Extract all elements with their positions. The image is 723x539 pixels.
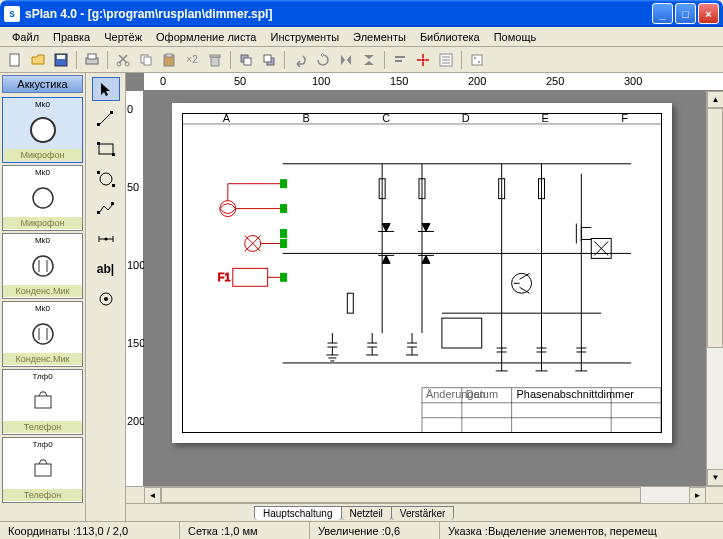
status-grid: Сетка : 1,0 мм [180,522,310,539]
svg-point-19 [422,58,425,61]
special-tool[interactable] [92,287,120,311]
menu-drawing[interactable]: Чертёж [98,29,148,45]
open-button[interactable] [27,49,49,71]
svg-text:D: D [462,114,470,124]
paste-button[interactable] [158,49,180,71]
svg-text:B: B [302,114,309,124]
sheet-tab[interactable]: Netzteil [341,506,392,520]
telephone-icon [27,386,59,418]
print-button[interactable] [81,49,103,71]
window-title: sPlan 4.0 - [g:\program\rusplan\dimmer.s… [25,7,652,21]
rect-tool[interactable] [92,137,120,161]
menu-library[interactable]: Библиотека [414,29,486,45]
svg-rect-64 [281,273,287,281]
polyline-tool[interactable] [92,197,120,221]
palette-item[interactable]: Mk0 Микрофон [2,165,83,231]
send-back-button[interactable] [258,49,280,71]
palette-item[interactable]: Тлф0 Телефон [2,369,83,435]
svg-rect-42 [112,184,115,187]
scroll-right-button[interactable]: ► [689,487,706,504]
scroll-left-button[interactable]: ◄ [144,487,161,504]
titleblock-title: Phasenabschnittdimmer [517,388,635,400]
svg-rect-62 [281,230,287,238]
duplicate-button[interactable]: ×2 [181,49,203,71]
svg-point-29 [33,324,53,344]
svg-line-34 [99,113,111,125]
align-button[interactable] [389,49,411,71]
drawing-canvas[interactable]: A B C D E F [144,91,706,486]
bring-front-button[interactable] [235,49,257,71]
rotate-button[interactable] [312,49,334,71]
horizontal-ruler: 0 50 100 150 200 250 300 [144,73,723,91]
menu-tools[interactable]: Инструменты [265,29,346,45]
svg-rect-33 [35,464,51,476]
menu-file[interactable]: Файл [6,29,45,45]
sheet-tab[interactable]: Verstärker [391,506,455,520]
minimize-button[interactable]: _ [652,3,673,24]
svg-rect-61 [281,205,287,213]
svg-point-46 [104,238,107,241]
main-area: Аккустика Mk0 Микрофон Mk0 Микрофон Mk0 … [0,73,723,521]
svg-rect-60 [281,180,287,188]
drawing-toolstrip: ab| [86,73,126,521]
pointer-tool[interactable] [92,77,120,101]
sheet-tabs: Hauptschaltung Netzteil Verstärker [126,503,723,521]
scroll-thumb[interactable] [707,108,723,348]
svg-rect-12 [210,55,220,57]
svg-rect-63 [281,239,287,247]
circle-tool[interactable] [92,167,120,191]
palette-item[interactable]: Тлф0 Телефон [2,437,83,503]
status-coords: Координаты : 113,0 / 2,0 [0,522,180,539]
scroll-up-button[interactable]: ▲ [707,91,723,108]
snap-button[interactable] [412,49,434,71]
close-button[interactable]: × [698,3,719,24]
svg-rect-55 [442,318,482,348]
scroll-down-button[interactable]: ▼ [707,469,723,486]
telephone-icon [27,454,59,486]
svg-rect-14 [244,58,251,65]
new-button[interactable] [4,49,26,71]
delete-button[interactable] [204,49,226,71]
svg-rect-11 [211,57,219,66]
menu-bar: Файл Правка Чертёж Оформление листа Инст… [0,27,723,47]
palette-category[interactable]: Аккустика [2,75,83,93]
sheet-tab[interactable]: Hauptschaltung [254,506,342,520]
component-list-button[interactable] [435,49,457,71]
palette-item[interactable]: Mk0 Конденс.Мик [2,233,83,299]
save-button[interactable] [50,49,72,71]
maximize-button[interactable]: □ [675,3,696,24]
svg-point-56 [220,201,236,217]
undo-button[interactable] [289,49,311,71]
menu-page-layout[interactable]: Оформление листа [150,29,262,45]
menu-elements[interactable]: Элементы [347,29,412,45]
palette-item[interactable]: Mk0 Конденс.Мик [2,301,83,367]
flip-h-button[interactable] [335,49,357,71]
options-button[interactable] [466,49,488,71]
status-hint: Указка : Выделение элементов, перемещ [440,522,723,539]
svg-rect-44 [111,202,114,205]
drawing-sheet: A B C D E F [172,103,672,443]
svg-rect-41 [97,171,100,174]
svg-point-40 [100,173,112,185]
menu-help[interactable]: Помощь [488,29,543,45]
vertical-ruler: 0 50 100 150 200 [126,91,144,486]
dimension-tool[interactable] [92,227,120,251]
flip-v-button[interactable] [358,49,380,71]
palette-item[interactable]: Mk0 Микрофон [2,97,83,163]
app-icon: s [4,6,20,22]
menu-edit[interactable]: Правка [47,29,96,45]
svg-rect-43 [97,211,100,214]
text-tool[interactable]: ab| [92,257,120,281]
line-tool[interactable] [92,107,120,131]
status-zoom: Увеличение : 0,6 [310,522,440,539]
col-label: A [223,114,231,124]
condenser-mic-icon [27,318,59,350]
scroll-thumb[interactable] [161,487,641,503]
svg-rect-10 [166,54,172,57]
svg-point-25 [33,188,53,208]
svg-text:C: C [382,114,390,124]
cut-button[interactable] [112,49,134,71]
svg-rect-16 [264,55,271,62]
vertical-scrollbar[interactable]: ▲ ▼ [706,91,723,486]
copy-button[interactable] [135,49,157,71]
